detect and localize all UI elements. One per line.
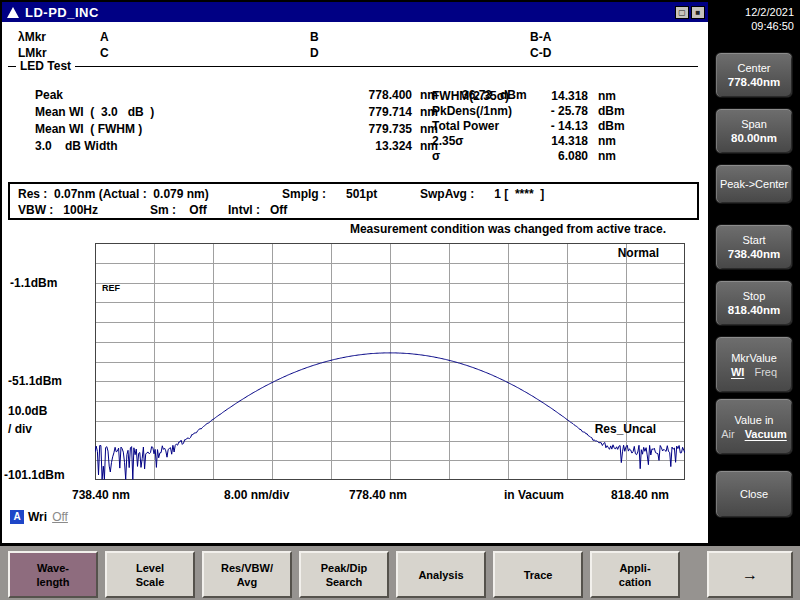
main-display: λMkr A B B-A LMkr C D C-D LED Test Peak … [2, 22, 708, 543]
led-row-label: 2.35σ [432, 134, 536, 148]
led-sigma-row: σ 6.080 nm [432, 149, 616, 163]
led-row-label: Peak [35, 88, 325, 102]
center-button[interactable]: Center 778.40nm [715, 52, 793, 98]
start-button[interactable]: Start 738.40nm [715, 224, 793, 270]
x-axis-start-label: 738.40 nm [72, 488, 130, 502]
mkrvalue-option-wl[interactable]: WI [731, 366, 744, 378]
fkey-level-scale[interactable]: LevelScale [105, 551, 195, 598]
window-maximize-button[interactable]: ■ [691, 6, 705, 19]
y-axis-mid-label: -51.1dBm [8, 374, 62, 388]
title-bar: LD-PD_INC ▢ ■ [2, 2, 708, 22]
marker-c: C [100, 46, 109, 60]
stop-button[interactable]: Stop 818.40nm [715, 280, 793, 326]
led-row-unit: nm [588, 134, 616, 148]
trace-state: Off [52, 510, 68, 524]
y-axis-ref-label: -1.1dBm [10, 276, 57, 290]
valuein-option-vacuum[interactable]: Vacuum [745, 428, 787, 440]
x-axis-stop-label: 818.40 nm [611, 488, 669, 502]
led-row-value: 779.735 [325, 122, 412, 136]
close-button[interactable]: Close [715, 470, 793, 518]
marker-value-button[interactable]: MkrValue WI Freq [715, 336, 793, 393]
fkey-next-menu-arrow[interactable]: → [707, 551, 793, 598]
led-row-unit: dBm [588, 119, 625, 133]
date-text: 12/2/2021 [745, 5, 794, 19]
window-controls: ▢ ■ [675, 6, 705, 19]
fkey-peak-dip-search[interactable]: Peak/DipSearch [299, 551, 389, 598]
swpavg-setting: SwpAvg : 1 [ **** ] [420, 187, 544, 201]
spectrum-svg [95, 243, 685, 480]
led-2sigma-row: 2.35σ 14.318 nm [432, 134, 616, 148]
marker-b-a: B-A [530, 30, 551, 44]
function-key-bar: Wave-length LevelScale Res/VBW/Avg Peak/… [0, 543, 800, 600]
led-row-label: Mean WI ( 3.0 dB ) [35, 105, 325, 119]
vbw-setting: VBW : 100Hz [18, 203, 98, 217]
led-totalpower-row: Total Power - 14.13 dBm [432, 119, 625, 133]
right-arrow-icon: → [742, 568, 758, 582]
sm-setting: Sm : Off [150, 203, 207, 217]
y-axis-bottom-label: -101.1dBm [4, 468, 65, 482]
fkey-application[interactable]: Appli-cation [590, 551, 680, 598]
res-setting: Res : 0.07nm (Actual : 0.079 nm) [18, 187, 209, 201]
trace-mode-label: Normal [618, 246, 659, 260]
trace-status: A Wri Off [10, 510, 68, 524]
res-uncal-label: Res_Uncal [595, 422, 656, 436]
fkey-res-vbw-avg[interactable]: Res/VBW/Avg [202, 551, 292, 598]
led-row-value: - 25.78 [536, 104, 588, 118]
led-row-value: - 14.13 [536, 119, 588, 133]
intvl-setting: Intvl : Off [228, 203, 287, 217]
led-row-value: 13.324 [325, 139, 412, 153]
trace-letter-badge: A [10, 510, 24, 524]
led-width-row: 3.0 dB Width 13.324 nm [35, 139, 450, 153]
span-button[interactable]: Span 80.00nm [715, 108, 793, 154]
led-row-value: 779.714 [325, 105, 412, 119]
led-row-unit: nm [588, 149, 616, 163]
window-restore-button[interactable]: ▢ [675, 6, 689, 19]
led-meanfwhm-row: Mean WI ( FWHM ) 779.735 nm [35, 122, 450, 136]
y-axis-scale-label: 10.0dB [8, 404, 47, 418]
led-row-unit: dBm [588, 104, 625, 118]
led-test-divider [8, 66, 698, 67]
value-in-button[interactable]: Value in Air Vacuum [715, 398, 793, 455]
led-row-value: 14.318 [536, 134, 588, 148]
marker-a: A [100, 30, 109, 44]
led-mean3db-row: Mean WI ( 3.0 dB ) 779.714 nm [35, 105, 450, 119]
ref-level-label: REF [102, 283, 120, 293]
led-row-label: σ [432, 149, 536, 163]
led-row-value: 14.318 [536, 89, 588, 103]
valuein-option-air[interactable]: Air [721, 428, 734, 440]
soft-key-panel: 12/2/2021 09:46:50 Center 778.40nm Span … [708, 0, 800, 543]
led-row-value: 778.400 [325, 88, 412, 102]
marker-c-d: C-D [530, 46, 551, 60]
x-axis-medium-label: in Vacuum [504, 488, 564, 502]
smplg-setting: Smplg : 501pt [282, 187, 377, 201]
mkrvalue-option-freq[interactable]: Freq [754, 366, 777, 378]
wl-marker-label: λMkr [18, 30, 46, 44]
led-row-value: 6.080 [536, 149, 588, 163]
lv-marker-label: LMkr [18, 46, 47, 60]
y-axis-scale-unit: / div [8, 422, 32, 436]
peak-to-center-button[interactable]: Peak->Center [715, 164, 793, 204]
led-row-label: PkDens(/1nm) [432, 104, 536, 118]
fkey-analysis[interactable]: Analysis [396, 551, 486, 598]
led-row-unit: nm [588, 89, 616, 103]
led-test-title: LED Test [16, 59, 75, 73]
fkey-wavelength[interactable]: Wave-length [8, 551, 98, 598]
led-row-label: 3.0 dB Width [35, 139, 325, 153]
sweep-settings-box: Res : 0.07nm (Actual : 0.079 nm) Smplg :… [8, 182, 699, 220]
led-fwhm-row: FWHM(2.35σ) 14.318 nm [432, 89, 616, 103]
condition-changed-message: Measurement condition was changed from a… [350, 222, 666, 236]
x-axis-center-label: 778.40 nm [349, 488, 407, 502]
window-title: LD-PD_INC [25, 5, 99, 20]
marker-b: B [310, 30, 319, 44]
led-row-label: FWHM(2.35σ) [432, 89, 536, 103]
led-row-label: Total Power [432, 119, 536, 133]
time-text: 09:46:50 [745, 19, 794, 33]
fkey-trace[interactable]: Trace [493, 551, 583, 598]
spectrum-plot: Normal REF Res_Uncal [95, 243, 685, 480]
led-row-label: Mean WI ( FWHM ) [35, 122, 325, 136]
datetime-display: 12/2/2021 09:46:50 [745, 5, 794, 33]
marker-d: D [310, 46, 319, 60]
led-pkdens-row: PkDens(/1nm) - 25.78 dBm [432, 104, 625, 118]
trace-write-mode: Wri [28, 510, 47, 524]
brand-triangle-icon [7, 7, 19, 18]
